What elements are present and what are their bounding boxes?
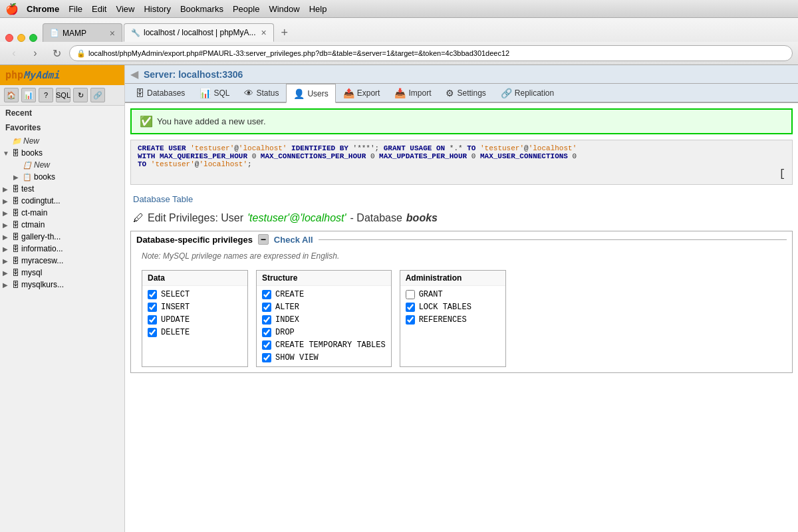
sql-line-2: WITH MAX_QUERIES_PER_HOUR 0 MAX_CONNECTI… (138, 152, 785, 160)
priv-show-view: SHOW VIEW (262, 353, 386, 362)
tab-users-label: Users (307, 89, 328, 98)
sidebar-item-test[interactable]: ▶ 🗄 test (0, 183, 124, 195)
sql-line-3: TO 'testuser'@'localhost'; (138, 160, 785, 168)
main-layout: phpMyAdmi 🏠 📊 ? SQL ↻ 🔗 Recent Favorites… (0, 65, 798, 532)
link-icon[interactable]: 🔗 (90, 88, 105, 102)
tab-databases[interactable]: 🗄 Databases (128, 84, 192, 102)
sidebar-item-codingtut[interactable]: ▶ 🗄 codingtut... (0, 195, 124, 207)
breadcrumb-database[interactable]: Database (133, 194, 170, 204)
privs-section: Database-specific privileges − Check All… (130, 231, 793, 373)
breadcrumb-table[interactable]: Table (172, 194, 193, 204)
pma-back-button[interactable]: ◀ (130, 68, 138, 80)
users-tab-icon: 👤 (293, 88, 305, 99)
content-body: ✅ You have added a new user. CREATE USER… (125, 103, 798, 532)
tab-export[interactable]: 📤 Export (336, 84, 388, 102)
edit-privs-db: books (406, 212, 438, 224)
books-books-label: books (34, 172, 55, 182)
menu-window[interactable]: Window (269, 4, 299, 14)
minimize-window-button[interactable] (17, 34, 25, 42)
question-icon[interactable]: ? (39, 88, 53, 102)
menu-view[interactable]: View (116, 4, 134, 14)
replication-tab-icon: 🔗 (501, 88, 512, 98)
new-db-icon: 📁 (12, 137, 21, 146)
mysqlkurs-icon: 🗄 (12, 281, 19, 289)
tab-settings[interactable]: ⚙ Settings (438, 84, 493, 102)
sidebar-item-ctmain[interactable]: ▶ 🗄 ctmain (0, 219, 124, 231)
menu-history[interactable]: History (144, 4, 170, 14)
checkbox-show-view[interactable] (262, 353, 271, 362)
tab-pma-close[interactable]: × (256, 27, 267, 38)
checkbox-create[interactable] (262, 290, 271, 299)
mysql-label: mysql (21, 268, 42, 277)
checkbox-drop[interactable] (262, 328, 271, 337)
close-window-button[interactable] (5, 34, 13, 42)
logo-php: php (5, 69, 23, 81)
label-index: INDEX (275, 315, 299, 325)
tab-mamp-close[interactable]: × (104, 28, 115, 39)
maximize-window-button[interactable] (29, 34, 37, 42)
sidebar-item-mysqlkurs[interactable]: ▶ 🗄 mysqlkurs... (0, 279, 124, 291)
sidebar-item-gallery[interactable]: ▶ 🗄 gallery-th... (0, 231, 124, 243)
checkbox-delete[interactable] (148, 328, 157, 337)
home-icon[interactable]: 🏠 (4, 88, 19, 102)
sidebar-books-books[interactable]: ▶ 📋 books (0, 171, 124, 183)
sidebar-recent[interactable]: Recent (0, 106, 124, 120)
sidebar-item-information[interactable]: ▶ 🗄 informatio... (0, 243, 124, 255)
label-alter: ALTER (275, 303, 299, 312)
tab-import[interactable]: 📥 Import (387, 84, 438, 102)
tab-phpmyadmin[interactable]: 🔧 localhost / localhost | phpMyA... × (124, 23, 274, 42)
refresh-icon[interactable]: ↻ (73, 88, 88, 102)
checkbox-insert[interactable] (148, 303, 157, 312)
collapse-privs-button[interactable]: − (258, 234, 269, 245)
checkbox-create-temp[interactable] (262, 340, 271, 350)
checkbox-select[interactable] (148, 290, 157, 299)
tab-sql[interactable]: 📊 SQL (192, 84, 237, 102)
reload-button[interactable]: ↻ (48, 45, 65, 62)
edit-privs-heading: 🖊 Edit Privileges: User 'testuser'@'loca… (125, 208, 798, 231)
menu-edit[interactable]: Edit (92, 4, 106, 14)
books-books-icon: 📋 (23, 173, 32, 182)
check-all-button[interactable]: Check All (274, 235, 313, 245)
label-create-temp: CREATE TEMPORARY TABLES (275, 340, 386, 350)
sidebar-item-ct-main[interactable]: ▶ 🗄 ct-main (0, 207, 124, 219)
sql-icon[interactable]: SQL (56, 88, 70, 102)
apple-menu[interactable]: 🍎 (5, 3, 19, 15)
checkbox-update[interactable] (148, 315, 157, 325)
tab-mamp[interactable]: 📄 MAMP × (43, 23, 122, 42)
table-icon[interactable]: 📊 (21, 88, 36, 102)
back-button[interactable]: ‹ (5, 45, 23, 62)
checkbox-grant[interactable] (406, 290, 415, 299)
mysqlkurs-label: mysqlkurs... (21, 280, 64, 289)
label-insert: INSERT (161, 303, 190, 312)
menu-file[interactable]: File (68, 4, 82, 14)
tab-mamp-icon: 📄 (50, 29, 59, 37)
structure-group-content: CREATE ALTER INDEX DROP (257, 286, 391, 366)
priv-delete: DELETE (148, 328, 242, 337)
gallery-label: gallery-th... (21, 232, 61, 241)
address-bar[interactable]: 🔒 localhost/phpMyAdmin/export.php#PMAURL… (69, 45, 793, 61)
tab-pma-icon: 🔧 (131, 29, 140, 37)
menu-help[interactable]: Help (309, 4, 327, 14)
sql-scroll[interactable]: [ (138, 168, 785, 180)
success-icon: ✅ (140, 115, 153, 128)
checkbox-alter[interactable] (262, 303, 271, 312)
sidebar-new-item[interactable]: 📁 New (0, 135, 124, 147)
menu-bookmarks[interactable]: Bookmarks (180, 4, 223, 14)
menu-people[interactable]: People (233, 4, 259, 14)
expand-ctmain: ▶ (3, 221, 12, 229)
checkbox-lock-tables[interactable] (406, 303, 415, 312)
checkbox-index[interactable] (262, 315, 271, 325)
tab-status[interactable]: 👁 Status (237, 84, 286, 102)
sidebar-item-myracesw[interactable]: ▶ 🗄 myracesw... (0, 255, 124, 267)
sidebar-item-mysql[interactable]: ▶ 🗄 mysql (0, 267, 124, 279)
checkbox-references[interactable] (406, 315, 415, 325)
tab-users[interactable]: 👤 Users (286, 84, 335, 103)
new-tab-button[interactable]: + (275, 23, 294, 42)
expand-gallery: ▶ (3, 233, 12, 241)
tab-replication[interactable]: 🔗 Replication (493, 84, 561, 102)
sidebar-item-books[interactable]: ▼ 🗄 books (0, 147, 124, 159)
sidebar-books-new[interactable]: 📋 New (0, 159, 124, 171)
forward-button[interactable]: › (27, 45, 44, 62)
nav-bar: ‹ › ↻ 🔒 localhost/phpMyAdmin/export.php#… (0, 42, 798, 65)
sidebar-favorites[interactable]: Favorites (0, 120, 124, 135)
